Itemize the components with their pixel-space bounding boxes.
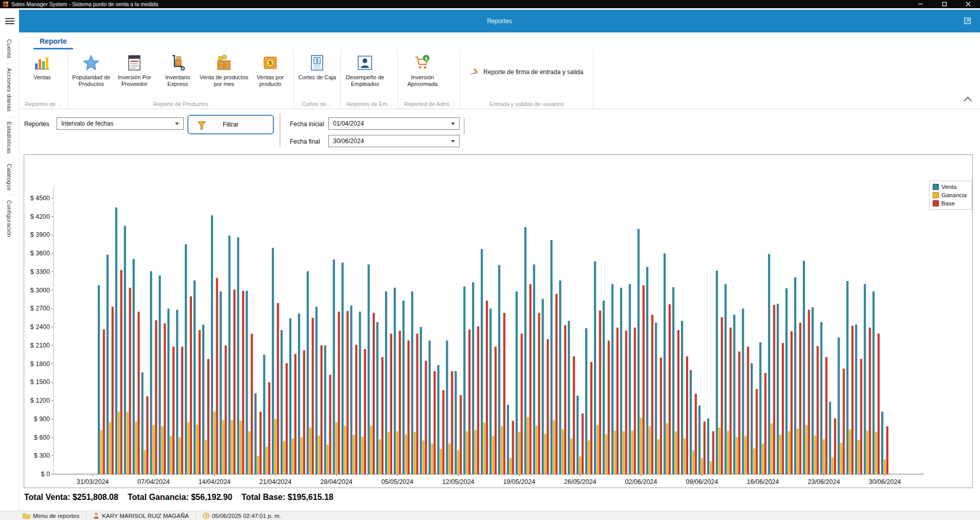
- filter-separator: [464, 118, 465, 134]
- ribbon-item-ventas[interactable]: Ventas: [21, 52, 64, 81]
- svg-text:$ 2700: $ 2700: [30, 305, 50, 312]
- report-document-icon: [126, 53, 143, 73]
- ribbon-item-label: Desempeño de Empleados: [342, 74, 388, 88]
- filtrar-button-label: Filtrar: [223, 121, 239, 128]
- ribbon-item-venta-productos-mes[interactable]: Venta de productos por mes: [199, 52, 249, 88]
- ribbon-group-caption: Cortes de ...: [295, 100, 339, 109]
- chart-panel: $ 0$ 300$ 600$ 900$ 1200$ 1500$ 1800$ 21…: [24, 154, 973, 488]
- titlebar: Sales Manager System - Sistema punto de …: [0, 0, 980, 8]
- svg-text:$ 3900: $ 3900: [30, 231, 50, 238]
- svg-text:02/06/2024: 02/06/2024: [625, 478, 657, 486]
- status-datetime: 05/06/2025 02:47:01 p. m.: [203, 512, 281, 519]
- svg-text:23/06/2024: 23/06/2024: [808, 478, 840, 486]
- ribbon-item-label: Ventas por producto: [249, 74, 292, 88]
- legend-item-venta: Venta: [933, 184, 969, 190]
- svg-text:$ 3600: $ 3600: [30, 250, 50, 257]
- close-button[interactable]: [956, 0, 980, 8]
- sidebar-item-catalogos[interactable]: Catálogos: [6, 159, 12, 195]
- ribbon-group-administracion: $ Inversión Aproximada Reported de Admi.…: [398, 49, 460, 109]
- ribbon-item-ventas-por-producto[interactable]: $ Ventas por producto: [249, 52, 292, 88]
- status-divider: [86, 513, 86, 519]
- chevron-down-icon: [175, 123, 179, 125]
- svg-text:05/05/2024: 05/05/2024: [381, 478, 414, 486]
- chart-legend: Venta Ganancia Base: [929, 181, 972, 210]
- chevron-down-icon: [451, 140, 455, 143]
- svg-text:19/05/2024: 19/05/2024: [503, 478, 535, 486]
- clock-icon: [203, 512, 209, 519]
- hamburger-menu-icon[interactable]: [5, 16, 14, 26]
- popout-icon[interactable]: [964, 18, 971, 24]
- svg-text:$ 0: $ 0: [41, 471, 50, 478]
- venta-swatch: [933, 184, 939, 190]
- svg-text:$ 300: $ 300: [34, 452, 50, 459]
- status-divider: [196, 513, 196, 519]
- svg-text:$: $: [425, 56, 427, 61]
- chevron-down-icon: [451, 123, 455, 125]
- fecha-final-label: Fecha final: [290, 138, 320, 145]
- report-type-value: Intervalo de fechas: [61, 120, 113, 127]
- sidebar-item-configuracion[interactable]: Configuración: [6, 196, 12, 242]
- base-swatch: [933, 200, 939, 206]
- fecha-inicial-value: 01/04/2024: [333, 120, 364, 127]
- totals-row: Total Venta: $251,808.08 Total Ganancia:…: [24, 493, 980, 502]
- svg-text:$ 600: $ 600: [34, 434, 50, 441]
- ribbon-item-label: Cortes de Caja: [298, 74, 336, 81]
- fecha-final-select[interactable]: 30/06/2024: [328, 135, 460, 147]
- window-title: Sales Manager System - Sistema punto de …: [11, 2, 158, 7]
- svg-text:$ 4200: $ 4200: [30, 213, 50, 220]
- ribbon-collapse-chevron-icon[interactable]: [964, 97, 972, 105]
- sidebar-item-estadisticas[interactable]: Estadísticas: [6, 117, 12, 159]
- page-header: Reportes: [19, 10, 980, 32]
- svg-text:$ 2400: $ 2400: [30, 323, 50, 331]
- total-ganancia: Total Ganancia: $56,192.90: [128, 493, 232, 502]
- svg-text:$: $: [269, 60, 272, 66]
- folder-icon: [23, 513, 30, 519]
- tab-reporte[interactable]: Reporte: [33, 35, 73, 49]
- svg-text:$ 3300: $ 3300: [30, 268, 50, 275]
- box-coins-icon: [215, 53, 233, 73]
- sidebar-item-cuenta[interactable]: Cuenta: [6, 34, 12, 63]
- total-base: Total Base: $195,615.18: [241, 493, 333, 502]
- report-type-select[interactable]: Intervalo de fechas: [57, 117, 184, 130]
- statusbar: Menu de reportes KARY MARISOL RUIZ MAGAÑ…: [0, 511, 980, 520]
- ribbon-group-productos: Popularidad de Productos Inversión Por P…: [68, 49, 294, 109]
- svg-text:09/06/2024: 09/06/2024: [686, 478, 719, 486]
- ribbon-item-desempeno-empleados[interactable]: Desempeño de Empleados: [342, 52, 388, 88]
- star-icon: [82, 53, 100, 73]
- sales-bar-chart-icon: [33, 53, 51, 73]
- ribbon-item-cortes-caja[interactable]: $ Cortes de Caja: [295, 52, 339, 81]
- ribbon-item-inversion-proveedor[interactable]: Inversión Por Proveedor: [113, 52, 156, 88]
- ribbon-item-label: Reporte de firma de entrada y salida: [483, 69, 583, 75]
- filtrar-button[interactable]: Filtrar: [187, 115, 274, 134]
- ribbon-item-inventario-express[interactable]: Inventario Express: [156, 52, 199, 88]
- svg-text:$ 3000: $ 3000: [30, 287, 50, 294]
- header-row: Reportes: [0, 8, 980, 32]
- ribbon-item-inversion-aproximada[interactable]: $ Inversión Aproximada: [400, 52, 445, 88]
- filter-row: Reportes Intervalo de fechas Filtrar Fec…: [19, 109, 980, 153]
- reportes-label: Reportes: [24, 120, 49, 128]
- ribbon-item-firma-entrada-salida[interactable]: Reporte de firma de entrada y salida: [462, 67, 591, 77]
- svg-text:30/06/2024: 30/06/2024: [869, 478, 901, 486]
- svg-text:16/06/2024: 16/06/2024: [747, 478, 779, 486]
- svg-text:21/04/2024: 21/04/2024: [259, 478, 292, 486]
- ribbon-group-caption: Reportes de Em...: [342, 100, 396, 109]
- maximize-button[interactable]: [933, 0, 956, 8]
- svg-text:$ 4500: $ 4500: [30, 195, 50, 202]
- fecha-inicial-select[interactable]: 01/04/2024: [328, 117, 460, 130]
- legend-item-base: Base: [933, 200, 969, 206]
- ribbon-item-label: Inventario Express: [156, 74, 199, 88]
- status-menu: Menu de reportes: [23, 513, 79, 519]
- svg-text:$ 900: $ 900: [34, 415, 50, 423]
- svg-text:28/04/2024: 28/04/2024: [320, 478, 353, 486]
- minimize-button[interactable]: [909, 0, 933, 8]
- status-user: KARY MARISOL RUIZ MAGAÑA: [93, 512, 189, 519]
- ribbon-group-entradas-salidas: Reporte de firma de entrada y salida Ent…: [460, 49, 593, 109]
- svg-text:07/04/2024: 07/04/2024: [137, 478, 170, 486]
- total-venta: Total Venta: $251,808.08: [24, 493, 118, 502]
- ribbon-item-popularidad[interactable]: Popularidad de Productos: [69, 52, 113, 88]
- funnel-icon: [197, 120, 207, 131]
- ribbon-item-label: Venta de productos por mes: [199, 74, 249, 88]
- ribbon-group-caption: Reporte de Productos: [69, 100, 292, 109]
- sidebar-item-acciones-diarias[interactable]: Acciones diarias: [6, 63, 12, 116]
- svg-text:12/05/2024: 12/05/2024: [442, 478, 475, 486]
